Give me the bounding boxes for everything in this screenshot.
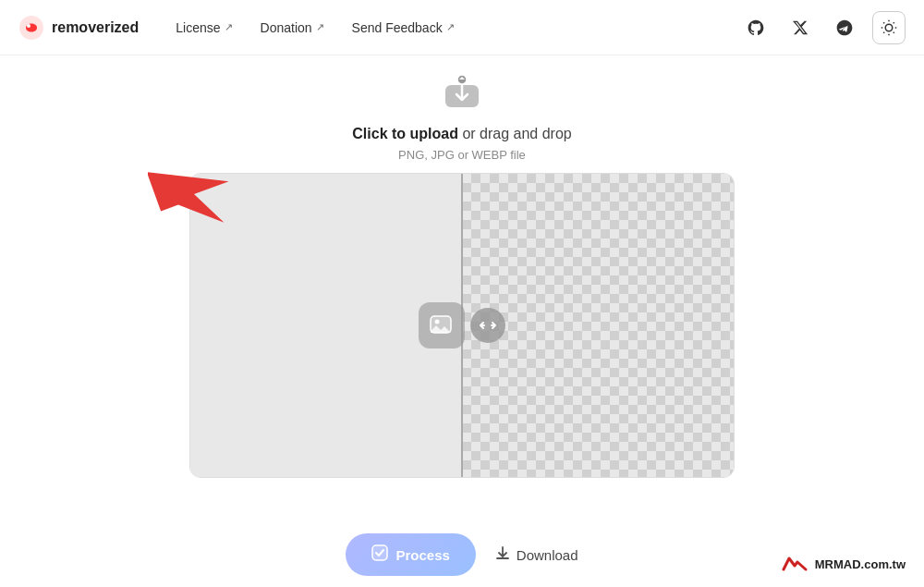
donation-arrow-icon: ↗ — [316, 21, 324, 33]
svg-point-15 — [435, 320, 440, 324]
watermark-text: MRMAD.com.tw — [815, 557, 906, 571]
telegram-icon — [835, 18, 854, 37]
license-arrow-icon: ↗ — [225, 21, 233, 33]
nav-donation[interactable]: Donation ↗ — [261, 20, 324, 35]
upload-subtext: PNG, JPG or WEBP file — [398, 148, 526, 162]
slider-handle[interactable] — [419, 302, 505, 349]
download-icon — [494, 544, 511, 565]
github-button[interactable] — [739, 11, 772, 44]
github-icon — [747, 18, 765, 37]
telegram-button[interactable] — [828, 11, 861, 44]
watermark: MRMAD.com.tw — [782, 555, 906, 573]
feedback-arrow-icon: ↗ — [446, 21, 455, 33]
process-label: Process — [395, 547, 449, 563]
comparison-area[interactable] — [189, 173, 735, 478]
theme-toggle-button[interactable] — [872, 11, 906, 44]
watermark-logo-icon — [782, 555, 809, 573]
theme-icon — [881, 19, 897, 36]
red-arrow-indicator — [148, 148, 240, 244]
nav-links: License ↗ Donation ↗ Send Feedback ↗ — [176, 20, 739, 35]
svg-line-10 — [894, 22, 894, 23]
upload-hint[interactable]: Click to upload or drag and drop PNG, JP… — [352, 74, 571, 162]
nav-feedback[interactable]: Send Feedback ↗ — [352, 20, 455, 35]
upload-text: Click to upload or drag and drop — [352, 126, 571, 142]
main-content: Click to upload or drag and drop PNG, JP… — [0, 55, 924, 522]
logo-icon — [18, 15, 44, 41]
slider-arrows-icon[interactable] — [470, 308, 505, 343]
svg-line-5 — [883, 22, 884, 23]
upload-cloud-icon — [442, 74, 482, 120]
twitter-button[interactable] — [784, 11, 817, 44]
svg-marker-13 — [148, 148, 240, 240]
bottom-bar: Process Download MRMAD.com.tw — [0, 522, 924, 587]
svg-point-1 — [27, 24, 30, 28]
header-icons — [739, 11, 906, 44]
logo[interactable]: removerized — [18, 15, 139, 41]
svg-line-9 — [883, 31, 884, 32]
x-twitter-icon — [792, 19, 808, 36]
header: removerized License ↗ Donation ↗ Send Fe… — [0, 0, 924, 55]
svg-line-6 — [894, 31, 894, 32]
download-label: Download — [517, 547, 578, 563]
logo-text: removerized — [52, 19, 139, 36]
process-icon — [371, 544, 388, 565]
image-preview-icon — [419, 302, 465, 349]
download-button[interactable]: Download — [494, 544, 578, 565]
svg-rect-16 — [372, 545, 387, 560]
svg-point-2 — [885, 24, 893, 31]
process-button[interactable]: Process — [346, 533, 475, 576]
nav-license[interactable]: License ↗ — [176, 20, 232, 35]
